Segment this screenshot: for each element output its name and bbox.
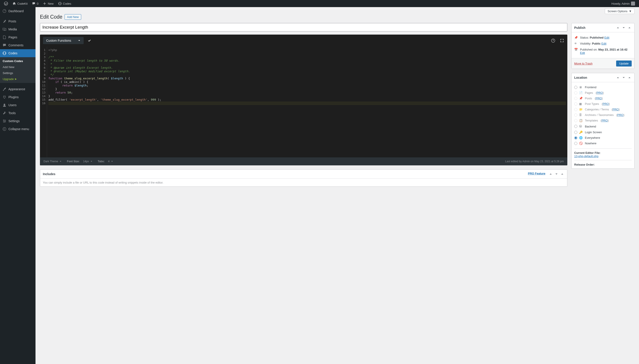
pro-feature-link[interactable]: PRO Feature [528,172,545,176]
sidebar-label: Dashboard [9,9,24,13]
location-label: Everywhere [585,136,600,140]
fullscreen-icon[interactable] [560,38,564,43]
sidebar-label: Pages [9,36,17,39]
move-up-icon[interactable] [616,26,620,30]
help-icon[interactable] [551,38,555,43]
location-option-templates: 📋Templates (PRO) [574,118,632,123]
radio[interactable] [574,131,577,134]
edit-date-link[interactable]: Edit [580,51,585,54]
sidebar-item-plugins[interactable]: Plugins [0,93,36,101]
radio[interactable] [574,86,577,89]
edit-visibility-link[interactable]: Edit [601,42,606,45]
current-file-label: Current Editor File: [574,148,632,154]
move-up-icon[interactable] [548,172,553,176]
location-label: Frontend [585,86,596,89]
calendar-icon: 📅 [574,48,578,51]
location-option-frontend[interactable]: 🖥Frontend [574,84,632,90]
move-up-icon[interactable] [616,75,620,80]
wp-logo[interactable] [2,0,10,7]
current-file-link[interactable]: 13-php-default.php [574,154,598,158]
location-label: Categories / Terms [585,108,609,111]
sidebar-item-comments[interactable]: Comments [0,41,36,49]
page-icon: 📄 [579,91,583,94]
sidebar-label: Collapse menu [9,127,29,131]
radio [574,119,577,122]
radio[interactable] [574,136,577,140]
location-label: Pages [585,91,593,94]
check-icon[interactable] [87,38,92,43]
svg-point-7 [4,122,5,122]
radio[interactable] [574,142,577,145]
sidebar-item-pages[interactable]: Pages [0,33,36,41]
comments-link[interactable]: 0 [30,0,40,7]
edit-status-link[interactable]: Edit [604,36,609,39]
location-label: Archives / Taxonomies [585,113,614,116]
update-button[interactable]: Update [616,60,632,66]
line-gutter: 12345678910111213141516 [40,46,47,158]
radio [574,108,577,111]
submenu-settings[interactable]: Settings [0,70,36,76]
move-down-icon[interactable] [621,26,626,30]
new-content-link[interactable]: New [41,0,55,7]
code-title-input[interactable] [40,23,567,32]
sidebar-item-users[interactable]: Users [0,101,36,109]
location-option-login-screen[interactable]: 🔑Login Screen [574,130,632,135]
toggle-icon[interactable] [627,75,632,80]
eye-icon: 👁 [574,42,578,45]
comment-icon [2,43,7,48]
language-dropdown[interactable]: Custom Functions [43,37,84,44]
toggle-icon[interactable] [627,26,632,30]
site-name-link[interactable]: CodeKit [11,0,29,7]
sidebar-label: Media [9,28,17,31]
codes-toolbar-link[interactable]: Codes [56,0,73,7]
submenu-add-new[interactable]: Add New [0,64,36,70]
screen-options-label: Screen Options [608,10,628,13]
add-new-button[interactable]: Add New [65,14,81,20]
code-content[interactable]: <?php/** * Filter the excerpt length to … [47,46,567,158]
editor-status-bar: Dark Theme Font Size: 14px Tabs: 4 Last … [40,158,567,165]
font-size-select[interactable]: Font Size: 14px [67,160,93,163]
sidebar-item-codes[interactable]: Codes [0,49,36,57]
includes-title: Includes [43,172,56,176]
submenu-upgrade[interactable]: Upgrade ➤ [0,76,36,82]
radio[interactable] [574,125,577,128]
content-area: Screen Options▼ Edit Code Add New Custom… [36,7,639,364]
includes-desc: You can simply include a file or URL to … [43,181,564,184]
location-option-backend[interactable]: ⓌBackend [574,123,632,130]
toggle-icon[interactable] [560,172,564,176]
move-down-icon[interactable] [621,75,626,80]
avatar [631,2,635,6]
screen-options-toggle[interactable]: Screen Options▼ [605,8,634,14]
includes-metabox: Includes PRO Feature You can simply incl… [40,169,567,187]
sidebar-label: Users [9,103,17,107]
user-icon [2,103,7,107]
sidebar-item-dashboard[interactable]: Dashboard [0,7,36,15]
location-option-nowhere[interactable]: 🚫Nowhere [574,140,632,146]
account-link[interactable]: Howdy, Admin [610,0,637,7]
radio [574,91,577,94]
sidebar-item-media[interactable]: Media [0,25,36,33]
tabs-select[interactable]: Tabs: 4 [98,160,113,163]
language-label: Custom Functions [46,39,71,42]
submenu-custom-codes[interactable]: Custom Codes [0,58,36,64]
sliders-icon [2,119,7,123]
svg-point-6 [5,120,6,122]
location-label: Templates [585,119,598,122]
pin-icon: 📌 [579,97,583,100]
code-icon [2,51,7,56]
sidebar-item-settings[interactable]: Settings [0,117,36,125]
location-option-everywhere[interactable]: 🌐Everywhere [574,135,632,140]
sidebar-item-appearance[interactable]: Appearance [0,85,36,93]
collapse-icon [2,127,7,131]
comments-count: 0 [37,2,38,5]
sidebar-item-collapse[interactable]: Collapse menu [0,125,36,133]
chevron-down-icon [78,39,81,42]
sidebar-item-posts[interactable]: Posts [0,17,36,25]
theme-select[interactable]: Dark Theme [44,160,62,163]
move-to-trash-link[interactable]: Move to Trash [574,62,592,65]
wp-icon: Ⓦ [579,124,583,128]
wp-icon [4,2,8,6]
radio [574,114,577,116]
sidebar-item-tools[interactable]: Tools [0,109,36,117]
move-down-icon[interactable] [554,172,559,176]
